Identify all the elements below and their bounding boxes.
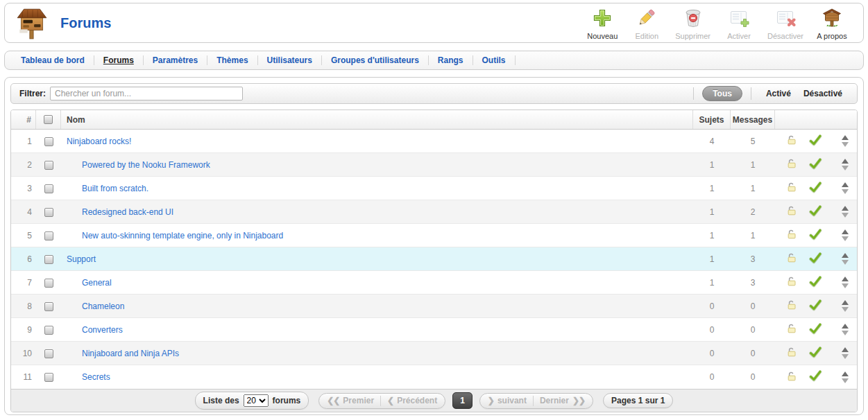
published-check-icon[interactable] — [808, 323, 822, 337]
forum-name-link[interactable]: General — [82, 278, 112, 288]
move-down-arrow[interactable] — [842, 189, 849, 194]
forum-name-link[interactable]: Powered by the Nooku Framework — [82, 160, 210, 170]
content-panel: Filtrer: Tous Activé Désactivé # Nom Suj… — [4, 77, 864, 415]
row-checkbox[interactable] — [44, 279, 53, 288]
move-down-arrow[interactable] — [842, 331, 849, 335]
row-checkbox[interactable] — [44, 349, 53, 358]
move-down-arrow[interactable] — [842, 260, 849, 265]
move-up-arrow[interactable] — [842, 182, 849, 187]
search-input[interactable] — [50, 87, 243, 100]
messages-count: 0 — [731, 349, 775, 358]
row-checkbox[interactable] — [44, 137, 53, 146]
move-down-arrow[interactable] — [842, 236, 849, 241]
published-check-icon[interactable] — [808, 134, 822, 148]
row-checkbox[interactable] — [44, 184, 53, 193]
limit-select[interactable]: 20 — [244, 394, 269, 407]
row-checkbox[interactable] — [44, 373, 53, 382]
forum-name-link[interactable]: Secrets — [82, 372, 110, 382]
move-down-arrow[interactable] — [842, 166, 849, 170]
state-filter-disabled-button[interactable]: Désactivé — [797, 89, 849, 98]
move-down-arrow[interactable] — [842, 142, 849, 147]
forum-name-link[interactable]: Redesigned back-end UI — [82, 207, 173, 217]
next-page-chevron: ❯ — [488, 396, 494, 405]
first-prev-pill: ❮❮ Premier ❮ Précédent — [318, 393, 445, 409]
move-down-arrow[interactable] — [842, 378, 849, 383]
select-all-checkbox[interactable] — [44, 115, 53, 124]
new-button[interactable]: Nouveau — [582, 5, 622, 42]
move-up-arrow[interactable] — [842, 135, 849, 140]
current-page-button[interactable]: 1 — [452, 392, 473, 409]
move-up-arrow[interactable] — [842, 159, 849, 164]
move-up-arrow[interactable] — [842, 300, 849, 305]
header: Forums Nouveau — [4, 3, 864, 43]
about-sign-icon — [821, 6, 843, 30]
page-title: Forums — [60, 15, 111, 31]
page-nav-group: ❮❮ Premier ❮ Précédent 1 ❯ suivant Derni… — [318, 392, 593, 409]
unlocked-icon — [786, 182, 797, 195]
move-up-arrow[interactable] — [842, 253, 849, 258]
forum-name-link[interactable]: New auto-skinning template engine, only … — [82, 231, 283, 240]
last-page-button: Dernier — [540, 396, 569, 405]
nav-forums[interactable]: Forums — [94, 55, 143, 65]
nav-parametres[interactable]: Paramètres — [144, 55, 207, 65]
move-up-arrow[interactable] — [842, 347, 849, 352]
row-checkbox[interactable] — [44, 208, 53, 217]
forum-name-link[interactable]: Ninjaboard and Ninja APIs — [82, 349, 179, 358]
nav-utilisateurs[interactable]: Utilisateurs — [258, 55, 321, 65]
messages-count: 2 — [731, 207, 775, 217]
published-check-icon[interactable] — [808, 182, 822, 195]
row-checkbox[interactable] — [44, 231, 53, 240]
toolbar-label: Désactiver — [767, 32, 803, 40]
filter-label: Filtrer: — [19, 89, 46, 98]
unlocked-icon — [786, 276, 797, 289]
col-header-name: Nom — [61, 110, 693, 129]
move-down-arrow[interactable] — [842, 213, 849, 218]
nav-themes[interactable]: Thèmes — [207, 55, 257, 65]
published-check-icon[interactable] — [808, 252, 822, 266]
published-check-icon[interactable] — [808, 229, 822, 243]
forum-name-link[interactable]: Built from scratch. — [82, 184, 148, 193]
move-up-arrow[interactable] — [842, 229, 849, 234]
forum-name-link[interactable]: Ninjaboard rocks! — [67, 137, 131, 146]
toolbar-label: Supprimer — [675, 32, 710, 40]
state-filter-all-button[interactable]: Tous — [702, 86, 742, 101]
nav-outils[interactable]: Outils — [473, 55, 515, 65]
nav-rangs[interactable]: Rangs — [429, 55, 473, 65]
row-checkbox[interactable] — [44, 255, 53, 264]
messages-count: 3 — [731, 278, 775, 288]
next-page-button: suivant — [497, 396, 527, 405]
row-checkbox[interactable] — [44, 326, 53, 335]
move-down-arrow[interactable] — [842, 283, 849, 288]
published-check-icon[interactable] — [808, 158, 822, 172]
move-down-arrow[interactable] — [842, 307, 849, 312]
nav-groupes[interactable]: Groupes d'utilisateurs — [322, 55, 428, 65]
row-checkbox[interactable] — [44, 302, 53, 311]
published-check-icon[interactable] — [808, 299, 822, 313]
move-down-arrow[interactable] — [842, 354, 849, 359]
row-number: 7 — [11, 278, 36, 288]
unlocked-icon — [786, 299, 797, 313]
table-header: # Nom Sujets Messages — [11, 110, 857, 130]
toolbar-label: Edition — [635, 32, 658, 40]
topics-count: 0 — [693, 349, 731, 358]
forum-name-link[interactable]: Support — [67, 254, 96, 264]
published-check-icon[interactable] — [808, 276, 822, 290]
move-up-arrow[interactable] — [842, 324, 849, 329]
forum-name-link[interactable]: Chameleon — [82, 301, 124, 311]
published-check-icon[interactable] — [808, 347, 822, 360]
move-up-arrow[interactable] — [842, 277, 849, 281]
about-button[interactable]: A propos — [812, 5, 852, 42]
published-check-icon[interactable] — [808, 370, 822, 384]
topics-count: 1 — [693, 278, 731, 288]
nav-tableau-de-bord[interactable]: Tableau de bord — [12, 55, 94, 65]
col-header-number: # — [11, 110, 36, 129]
edit-pencil-icon — [636, 6, 658, 30]
move-up-arrow[interactable] — [842, 206, 849, 211]
forum-name-link[interactable]: Converters — [82, 325, 123, 335]
move-up-arrow[interactable] — [842, 371, 849, 376]
table-row: 1 Ninjaboard rocks! 4 5 — [11, 130, 857, 153]
row-checkbox[interactable] — [44, 161, 53, 170]
state-filter-enabled-button[interactable]: Activé — [760, 89, 797, 98]
next-last-pill: ❯ suivant Dernier ❯❯ — [479, 393, 593, 409]
published-check-icon[interactable] — [808, 205, 822, 219]
